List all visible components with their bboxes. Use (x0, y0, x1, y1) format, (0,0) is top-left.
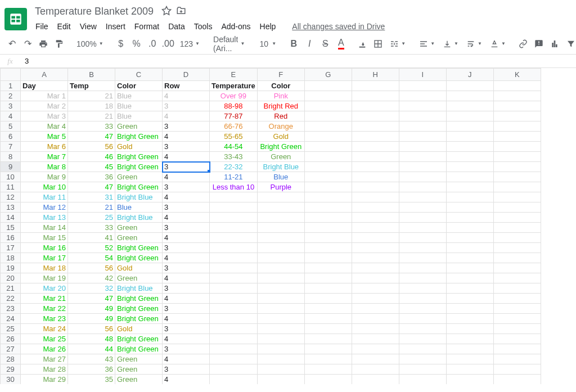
cell-E19[interactable] (210, 263, 258, 273)
cell-B16[interactable]: 41 (68, 233, 115, 243)
cell-A3[interactable]: Mar 2 (21, 101, 68, 111)
filter-button[interactable]: ▼ (563, 37, 576, 51)
cell-J10[interactable] (446, 172, 493, 182)
cell-D26[interactable]: 4 (163, 334, 210, 344)
cell-C14[interactable]: Bright Blue (115, 213, 163, 223)
cell-I5[interactable] (399, 121, 446, 132)
cell-H10[interactable] (352, 172, 399, 182)
cell-H27[interactable] (352, 344, 399, 354)
cell-C30[interactable]: Green (115, 375, 163, 385)
cell-K6[interactable] (493, 132, 541, 142)
cell-F30[interactable] (257, 375, 304, 385)
cell-I29[interactable] (399, 364, 446, 375)
cell-J20[interactable] (446, 273, 493, 283)
row-header-27[interactable]: 27 (1, 344, 21, 354)
cell-H7[interactable] (352, 142, 399, 152)
cell-E10[interactable]: 11-21 (210, 172, 258, 182)
cell-E15[interactable] (210, 223, 258, 233)
cell-A30[interactable]: Mar 29 (21, 375, 68, 385)
row-header-2[interactable]: 2 (1, 91, 21, 101)
cell-F25[interactable] (257, 324, 304, 334)
cell-H16[interactable] (352, 233, 399, 243)
row-header-24[interactable]: 24 (1, 314, 21, 324)
col-header-C[interactable]: C (115, 69, 163, 81)
cell-G24[interactable] (304, 314, 352, 324)
cell-K14[interactable] (493, 213, 541, 223)
spreadsheet-grid[interactable]: ABCDEFGHIJK1DayTempColorRowTemperatureCo… (0, 68, 576, 384)
cell-I24[interactable] (399, 314, 446, 324)
cell-G20[interactable] (304, 273, 352, 283)
cell-B11[interactable]: 47 (68, 182, 115, 192)
cell-K16[interactable] (493, 233, 541, 243)
cell-A23[interactable]: Mar 22 (21, 304, 68, 314)
cell-B12[interactable]: 31 (68, 192, 115, 202)
cell-G15[interactable] (304, 223, 352, 233)
cell-J25[interactable] (446, 324, 493, 334)
sheets-logo-icon[interactable] (4, 8, 27, 30)
cell-A26[interactable]: Mar 25 (21, 334, 68, 344)
cell-H4[interactable] (352, 111, 399, 121)
borders-button[interactable] (371, 37, 385, 51)
cell-D5[interactable]: 3 (163, 121, 210, 132)
col-header-A[interactable]: A (21, 69, 68, 81)
cell-G17[interactable] (304, 243, 352, 253)
cell-K2[interactable] (493, 91, 541, 101)
cell-F26[interactable] (257, 334, 304, 344)
cell-F27[interactable] (257, 344, 304, 354)
cell-A22[interactable]: Mar 21 (21, 294, 68, 304)
cell-I16[interactable] (399, 233, 446, 243)
cell-E9[interactable]: 22-32 (210, 162, 258, 172)
cell-C28[interactable]: Green (115, 354, 163, 364)
cell-A17[interactable]: Mar 16 (21, 243, 68, 253)
cell-B24[interactable]: 49 (68, 314, 115, 324)
cell-B14[interactable]: 25 (68, 213, 115, 223)
row-header-19[interactable]: 19 (1, 263, 21, 273)
cell-F3[interactable]: Bright Red (257, 101, 304, 111)
cell-F13[interactable] (257, 202, 304, 213)
cell-A11[interactable]: Mar 10 (21, 182, 68, 192)
cell-C3[interactable]: Blue (115, 101, 163, 111)
cell-F9[interactable]: Bright Blue (257, 162, 304, 172)
cell-E4[interactable]: 77-87 (210, 111, 258, 121)
cell-D1[interactable]: Row (163, 81, 210, 91)
cell-E8[interactable]: 33-43 (210, 152, 258, 162)
cell-C9[interactable]: Bright Green (115, 162, 163, 172)
row-header-22[interactable]: 22 (1, 294, 21, 304)
cell-E23[interactable] (210, 304, 258, 314)
menu-format[interactable]: Format (130, 20, 163, 33)
cell-A5[interactable]: Mar 4 (21, 121, 68, 132)
cell-G19[interactable] (304, 263, 352, 273)
cell-K26[interactable] (493, 334, 541, 344)
cell-F14[interactable] (257, 213, 304, 223)
cell-K15[interactable] (493, 223, 541, 233)
chart-button[interactable] (547, 37, 562, 51)
cell-K11[interactable] (493, 182, 541, 192)
row-header-30[interactable]: 30 (1, 375, 21, 385)
cell-A27[interactable]: Mar 26 (21, 344, 68, 354)
cell-K28[interactable] (493, 354, 541, 364)
cell-G28[interactable] (304, 354, 352, 364)
cell-I11[interactable] (399, 182, 446, 192)
row-header-29[interactable]: 29 (1, 364, 21, 375)
cell-D12[interactable]: 4 (163, 192, 210, 202)
cell-E6[interactable]: 55-65 (210, 132, 258, 142)
col-header-I[interactable]: I (399, 69, 446, 81)
row-header-8[interactable]: 8 (1, 152, 21, 162)
cell-D14[interactable]: 4 (163, 213, 210, 223)
cell-G8[interactable] (304, 152, 352, 162)
cell-H2[interactable] (352, 91, 399, 101)
formula-input[interactable] (20, 56, 576, 66)
row-header-25[interactable]: 25 (1, 324, 21, 334)
bold-button[interactable]: B (286, 37, 301, 51)
row-header-14[interactable]: 14 (1, 213, 21, 223)
cell-A15[interactable]: Mar 14 (21, 223, 68, 233)
cell-I28[interactable] (399, 354, 446, 364)
cell-J11[interactable] (446, 182, 493, 192)
cell-F6[interactable]: Gold (257, 132, 304, 142)
cell-D6[interactable]: 4 (163, 132, 210, 142)
cell-J5[interactable] (446, 121, 493, 132)
cell-B20[interactable]: 42 (68, 273, 115, 283)
cell-K29[interactable] (493, 364, 541, 375)
cell-F4[interactable]: Red (257, 111, 304, 121)
cell-E18[interactable] (210, 253, 258, 263)
